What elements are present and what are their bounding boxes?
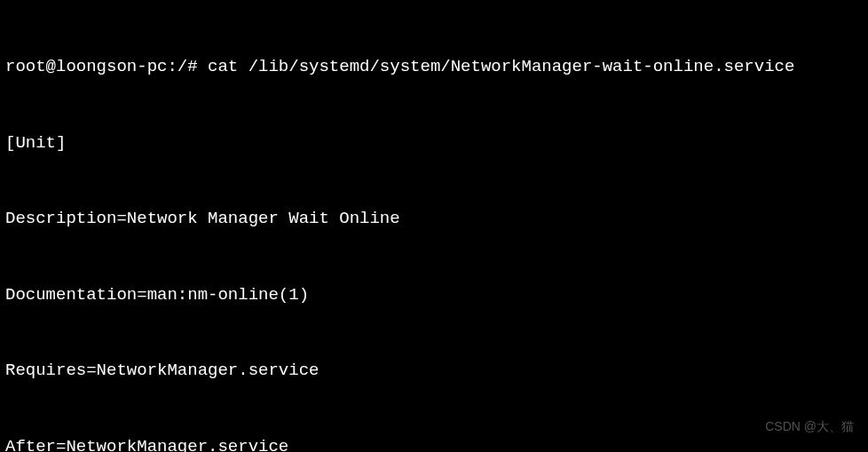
output-line: Documentation=man:nm-online(1) bbox=[5, 282, 863, 308]
output-line: After=NetworkManager.service bbox=[5, 434, 863, 453]
output-line: Requires=NetworkManager.service bbox=[5, 358, 863, 384]
output-line: [Unit] bbox=[5, 131, 863, 156]
watermark-text: CSDN @大、猫 bbox=[765, 417, 854, 436]
output-line: Description=Network Manager Wait Online bbox=[5, 206, 863, 232]
command-line: root@loongson-pc:/# cat /lib/systemd/sys… bbox=[5, 54, 863, 80]
terminal-output[interactable]: root@loongson-pc:/# cat /lib/systemd/sys… bbox=[5, 4, 863, 452]
